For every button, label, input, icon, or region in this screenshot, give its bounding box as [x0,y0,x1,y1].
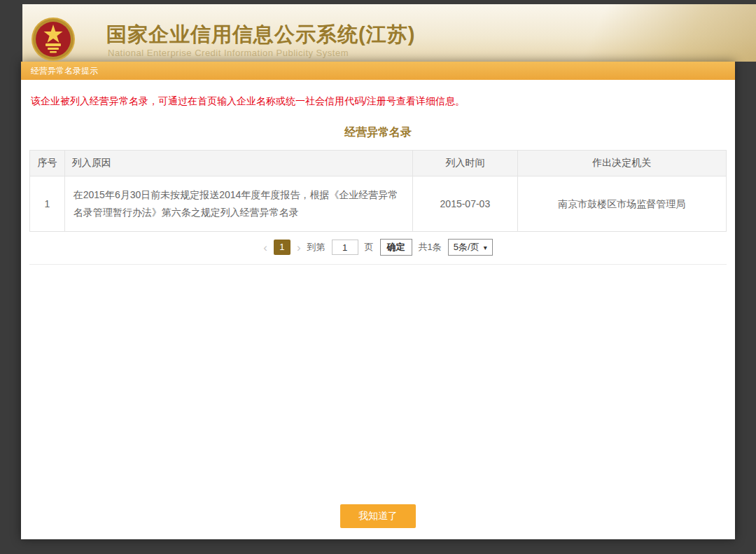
column-header-reason: 列入原因 [64,151,413,176]
prev-page-icon[interactable]: ‹ [263,242,267,254]
notice-text: 该企业被列入经营异常名录，可通过在首页输入企业名称或统一社会信用代码/注册号查看… [31,94,725,109]
modal-titlebar: 经营异常名录提示 [21,62,735,80]
table-title: 经营异常名录 [21,125,735,140]
table-row: 1 在2015年6月30日前未按规定报送2014年度年度报告，根据《企业经营异常… [30,176,727,232]
column-header-date: 列入时间 [413,151,517,176]
column-header-authority: 作出决定机关 [517,151,727,176]
acknowledge-button[interactable]: 我知道了 [340,504,416,528]
national-emblem-logo [31,17,76,62]
current-page-button[interactable]: 1 [274,240,290,255]
goto-page-suffix-label: 页 [365,241,374,254]
next-page-icon[interactable]: › [297,242,301,254]
goto-confirm-button[interactable]: 确定 [380,239,412,256]
cell-date: 2015-07-03 [413,176,517,232]
chevron-down-icon: ▾ [484,244,487,251]
header-decorative-art [532,4,756,62]
site-title: 国家企业信用信息公示系统(江苏) [106,21,415,49]
page-size-select[interactable]: 5条/页 ▾ [448,239,493,256]
pagination-bar: ‹ 1 › 到第 页 确定 共1条 5条/页 ▾ [29,232,727,265]
cell-reason: 在2015年6月30日前未按规定报送2014年度年度报告，根据《企业经营异常名录… [64,176,413,232]
cell-authority: 南京市鼓楼区市场监督管理局 [517,176,727,232]
cell-no: 1 [30,176,65,232]
abnormal-list-modal: 经营异常名录提示 该企业被列入经营异常名录，可通过在首页输入企业名称或统一社会信… [21,62,735,539]
total-count-label: 共1条 [419,241,442,254]
goto-page-input[interactable] [332,240,358,255]
table-header-row: 序号 列入原因 列入时间 作出决定机关 [30,151,727,176]
column-header-no: 序号 [30,151,65,176]
page-size-value: 5条/页 [454,241,479,254]
abnormal-list-table: 序号 列入原因 列入时间 作出决定机关 1 在2015年6月30日前未按规定报送… [29,150,727,232]
site-subtitle: National Enterprise Credit Information P… [108,48,349,58]
page-header: 国家企业信用信息公示系统(江苏) National Enterprise Cre… [22,4,756,62]
table-wrap: 序号 列入原因 列入时间 作出决定机关 1 在2015年6月30日前未按规定报送… [29,150,727,232]
goto-page-prefix-label: 到第 [307,241,326,254]
